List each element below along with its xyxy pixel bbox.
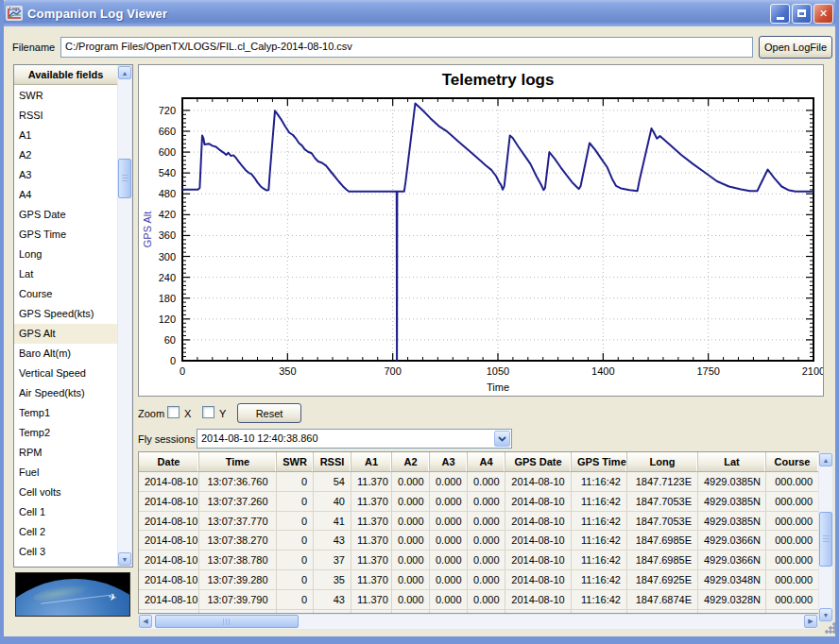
sidebar-item-a4[interactable]: A4 (14, 185, 117, 205)
table-hscrollbar[interactable]: ◀ ▶ (138, 614, 818, 630)
table-cell: 11:16:42 (572, 551, 627, 570)
table-cell: 13:07:39.790 (199, 590, 277, 610)
fields-scrollbar-thumb[interactable] (118, 159, 131, 198)
table-hscrollbar-thumb[interactable] (155, 615, 299, 628)
table-scroll-left-button[interactable]: ◀ (139, 615, 152, 628)
sidebar-item-a3[interactable]: A3 (14, 165, 117, 185)
table-scroll-up-button[interactable]: ▲ (819, 453, 832, 466)
table-cell: 0.000 (392, 570, 430, 590)
open-logfile-button[interactable]: Open LogFile (759, 36, 832, 59)
table-scroll-down-button[interactable]: ▼ (819, 608, 832, 621)
table-cell: 0.000 (430, 531, 468, 551)
table-cell: 0.000 (468, 570, 505, 590)
sidebar-item-cell-1[interactable]: Cell 1 (14, 502, 117, 522)
sidebar-item-a1[interactable]: A1 (14, 126, 117, 145)
maximize-button[interactable] (792, 4, 812, 24)
available-fields-header: Available fields (14, 65, 117, 85)
scroll-down-button[interactable]: ▼ (118, 552, 131, 566)
sidebar-item-course[interactable]: Course (14, 284, 117, 304)
table-cell: 13:07:37.260 (199, 492, 277, 512)
table-cell: 11.370 (351, 472, 392, 492)
zoom-y-checkbox[interactable] (202, 406, 214, 418)
reset-button[interactable]: Reset (237, 403, 301, 423)
sidebar-item-fuel[interactable]: Fuel (14, 463, 117, 483)
table-row[interactable]: 2014-08-1013:07:38.27004311.3700.0000.00… (139, 531, 818, 551)
table-cell: 2014-08-10 (505, 472, 572, 492)
svg-text:GPS Alt: GPS Alt (142, 212, 153, 248)
zoom-x-checkbox[interactable] (167, 406, 180, 418)
sidebar-item-cell-3[interactable]: Cell 3 (14, 542, 117, 562)
table-cell: 000.000 (766, 512, 819, 532)
globe-map-preview[interactable]: ✈ (15, 572, 130, 617)
sidebar-item-rssi[interactable]: RSSI (14, 106, 117, 126)
minimize-button[interactable] (770, 4, 790, 24)
telemetry-chart: 0350700105014001750210006012018024030036… (139, 65, 823, 396)
sidebar-item-cell-volts[interactable]: Cell volts (14, 483, 117, 502)
table-cell: 2014-08-10 (139, 531, 199, 551)
fly-session-value: 2014-08-10 12:40:38.860 (201, 432, 318, 444)
sidebar-item-gps-date[interactable]: GPS Date (14, 205, 117, 225)
scroll-up-button[interactable]: ▲ (118, 66, 131, 79)
log-table[interactable]: DateTimeSWRRSSIA1A2A3A4GPS DateGPS TimeL… (138, 451, 819, 614)
table-cell: 0.000 (392, 492, 430, 512)
table-cell: 2014-08-10 (505, 590, 572, 610)
fields-scrollbar[interactable]: ▲ ▼ (117, 65, 132, 567)
sidebar-item-cell-2[interactable]: Cell 2 (14, 522, 117, 542)
table-row[interactable]: 2014-08-1013:07:38.78003711.3700.0000.00… (139, 551, 818, 570)
available-fields-list: SWRRSSIA1A2A3A4GPS DateGPS TimeLongLatCo… (14, 86, 117, 567)
table-cell: 1847.6925E (627, 570, 698, 590)
svg-text:300: 300 (159, 251, 176, 263)
svg-text:350: 350 (279, 365, 296, 377)
svg-text:1750: 1750 (696, 365, 719, 377)
filename-input[interactable]: C:/Program Files/OpenTX/LOGS/FIL.cl_Caly… (60, 37, 753, 58)
sidebar-item-rpm[interactable]: RPM (14, 443, 117, 463)
svg-text:700: 700 (384, 365, 401, 377)
table-cell: 2014-08-10 (505, 492, 572, 512)
sidebar-item-swr[interactable]: SWR (14, 86, 117, 106)
sidebar-item-vertical-speed[interactable]: Vertical Speed (14, 364, 117, 383)
scroll-up-icon: ▲ (122, 70, 128, 76)
table-row[interactable]: 2014-08-1013:07:37.77004111.3700.0000.00… (139, 512, 818, 532)
svg-text:1050: 1050 (487, 365, 509, 377)
telemetry-chart-panel[interactable]: 0350700105014001750210006012018024030036… (138, 64, 824, 397)
table-row[interactable]: 2014-08-1013:07:36.76005411.3700.0000.00… (139, 472, 818, 492)
thumb-grip (122, 175, 128, 182)
sidebar-item-gps-speed-kts-[interactable]: GPS Speed(kts) (14, 304, 117, 324)
titlebar[interactable]: Logs Companion Log Viewer ✕ (0, 0, 839, 26)
window-resize-grip[interactable] (824, 621, 836, 634)
table-scroll-right-button[interactable]: ▶ (804, 615, 817, 628)
close-button[interactable]: ✕ (813, 4, 833, 24)
sidebar-item-lat[interactable]: Lat (14, 264, 117, 284)
table-row[interactable]: 2014-08-1013:07:37.26004011.3700.0000.00… (139, 492, 818, 512)
table-vscrollbar[interactable]: ▲ ▼ (818, 452, 833, 622)
column-header: RSSI (314, 452, 351, 472)
svg-text:360: 360 (159, 229, 176, 241)
column-header: Time (199, 452, 277, 472)
sidebar-item-gps-time[interactable]: GPS Time (14, 225, 117, 245)
sidebar-item-gps-alt[interactable]: GPS Alt (14, 324, 117, 344)
sidebar-item-cell-4[interactable]: Cell 4 (14, 562, 117, 567)
sidebar-item-baro-alt-m-[interactable]: Baro Alt(m) (14, 344, 117, 364)
sidebar-item-temp2[interactable]: Temp2 (14, 423, 117, 443)
table-cell: 43 (314, 531, 351, 551)
table-row[interactable]: 2014-08-1013:07:39.28003511.3700.0000.00… (139, 570, 818, 590)
svg-text:720: 720 (159, 105, 176, 116)
sidebar-item-a2[interactable]: A2 (14, 145, 117, 165)
table-cell: 54 (314, 472, 351, 492)
table-cell: 11.370 (351, 590, 392, 610)
table-cell: 0 (277, 512, 314, 532)
table-cell: 1847.6985E (627, 551, 698, 570)
sidebar-item-temp1[interactable]: Temp1 (14, 403, 117, 423)
table-cell: 11:16:42 (572, 531, 627, 551)
sidebar-item-long[interactable]: Long (14, 245, 117, 264)
sidebar-item-air-speed-kts-[interactable]: Air Speed(kts) (14, 383, 117, 403)
table-cell: 11:16:42 (572, 590, 627, 610)
table-row[interactable]: 2014-08-1013:07:39.79004311.3700.0000.00… (139, 590, 818, 610)
filename-value: C:/Program Files/OpenTX/LOGS/FIL.cl_Caly… (65, 41, 352, 52)
table-cell: 4929.0385N (698, 472, 766, 492)
fly-sessions-dropdown[interactable]: 2014-08-10 12:40:38.860 (197, 429, 512, 449)
table-cell: 13:07:39.280 (199, 570, 277, 590)
dropdown-arrow-button[interactable] (494, 431, 510, 447)
table-vscrollbar-thumb[interactable] (819, 512, 832, 567)
table-cell: 40 (314, 492, 351, 512)
